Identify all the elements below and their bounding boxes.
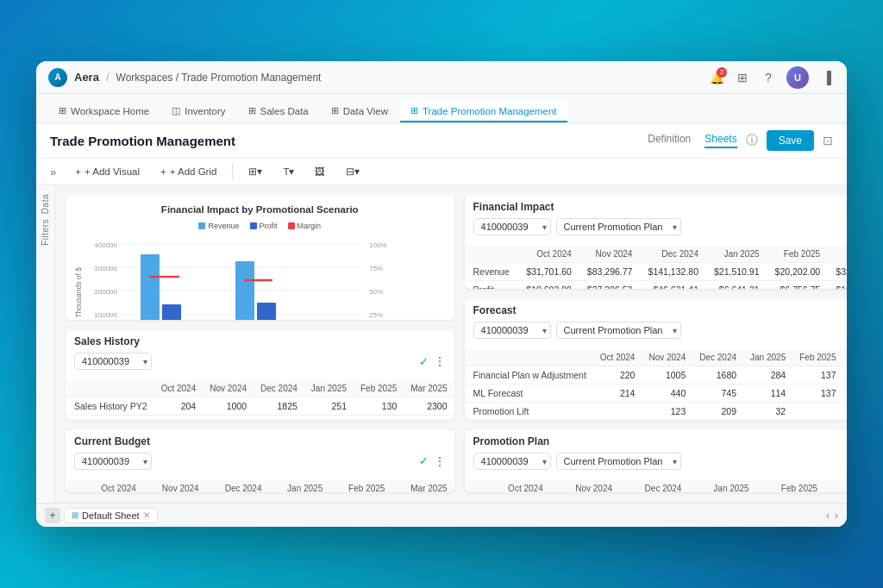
cell: 1825 [254,416,304,420]
sales-history-icons: ✓ ⋮ [419,354,446,368]
data-sidebar-label: Data [41,194,50,214]
cell: 251 [304,397,354,416]
forecast-plan-dropdown[interactable]: Current Promotion Plan [556,322,681,339]
table-row: ML Forecast 214 440 745 114 137 2200 [465,384,847,402]
cell: 130 [354,416,404,420]
col-nov2024: Nov 2024 [550,480,619,492]
col-jan2025: Jan 2025 [743,349,792,366]
promotion-plan-title: Promotion Plan [473,435,550,447]
chart-card: Financial Impact by Promotional Scenario… [66,196,454,320]
sidebar-labels: Data Filters [36,185,55,503]
sales-history-card: Sales History 410000039 ✓ ⋮ [66,330,454,420]
view-tabs: Definition Sheets [648,133,736,148]
tab-workspace-home-label: Workspace Home [71,106,149,116]
legend-profit-label: Profit [260,222,278,230]
save-button[interactable]: Save [767,130,814,151]
sales-history-controls: 410000039 ✓ ⋮ [66,353,454,380]
sales-history-account-dropdown[interactable]: 410000039 [74,353,152,370]
sheet-tab-default[interactable]: ⊞ Default Sheet ✕ [64,508,158,523]
financial-impact-dropdowns: 410000039 Current Promotion Plan [473,218,681,235]
col-header-jan2025: Jan 2025 [304,380,354,397]
col-header-label [66,480,83,492]
tab-workspace-home[interactable]: ⊞ Workspace Home [48,101,160,122]
content-area: Financial Impact by Promotional Scenario… [55,185,847,503]
forecast-controls: 410000039 Current Promotion Plan [465,322,847,349]
cell: $27,296.53 [579,281,640,289]
pp-account-dropdown[interactable]: 410000039 [473,453,551,470]
text-btn[interactable]: T▾ [278,163,299,180]
page-help-icon[interactable]: ⓘ [746,133,758,148]
current-budget-account-dropdown[interactable]: 410000039 [74,453,152,470]
tab-sales-data[interactable]: ⊞ Sales Data [238,101,319,122]
grid-icon[interactable]: ⊞ [735,70,750,85]
inventory-icon: ◫ [172,105,180,116]
promotion-plan-controls: 410000039 Current Promotion Plan [465,453,847,480]
image-btn[interactable]: 🖼 [310,164,330,179]
add-sheet-button[interactable]: + [45,508,60,523]
collapse-icon[interactable]: ⊡ [823,134,833,147]
fi-account-wrapper: 410000039 [473,218,551,235]
cell: 204 [154,416,204,420]
fi-account-dropdown[interactable]: 410000039 [473,218,551,235]
table-row: Sales History PY2 204 1000 1825 251 130 … [66,397,454,416]
breadcrumb: Workspaces / Trade Promotion Management [116,72,322,84]
tab-sheets[interactable]: Sheets [705,133,736,148]
layout-btn[interactable]: ⊞▾ [243,163,267,180]
row-label: Profit [465,281,518,289]
avatar[interactable]: U [786,66,809,89]
more-options-btn[interactable]: ⊟▾ [341,163,365,180]
app-window: A Aera / Workspaces / Trade Promotion Ma… [36,61,847,527]
tab-definition[interactable]: Definition [648,133,691,148]
col-oct2024: Oct 2024 [483,480,549,492]
col-label [465,246,518,263]
col-dec2024: Dec 2024 [639,246,705,263]
help-icon[interactable]: ? [761,70,776,85]
sales-history-table: Oct 2024 Nov 2024 Dec 2024 Jan 2025 Feb … [66,380,454,420]
svg-text:100000: 100000 [94,311,117,319]
col-feb2025: Feb 2025 [792,349,842,366]
cell: 214 [593,384,642,402]
title-bar: A Aera / Workspaces / Trade Promotion Ma… [36,61,847,94]
tab-inventory-label: Inventory [185,106,225,116]
tab-inventory[interactable]: ◫ Inventory [161,101,235,122]
financial-impact-table: Oct 2024 Nov 2024 Dec 2024 Jan 2025 Feb … [465,246,847,289]
forecast-toolbar: 410000039 Current Promotion Plan [473,322,847,339]
notification-icon[interactable]: 🔔 2 [709,70,724,85]
table-row: Promotion Lift 123 209 32 [465,402,847,420]
svg-text:100%: 100% [369,241,386,249]
promotion-plan-dropdowns: 410000039 Current Promotion Plan [473,453,681,470]
page-header: Trade Promotion Management Definition Sh… [36,123,847,159]
pp-plan-dropdown[interactable]: Current Promotion Plan [556,453,681,470]
sales-history-check-icon[interactable]: ✓ [419,355,429,368]
add-visual-button[interactable]: + + Add Visual [70,164,145,179]
table-row: Revenue $31,701.60 $83,296.77 $141,132.8… [465,263,847,281]
main-content: Data Filters Financial Impact by Promoti… [36,185,847,503]
sheet-close-icon[interactable]: ✕ [143,510,150,520]
row-label: Promotion Lift [465,402,593,420]
cell: 2010 [404,416,454,420]
tab-data-view[interactable]: ⊞ Data View [321,101,398,122]
row-label: Sales History PY2 [66,397,154,416]
sidebar-toggle-icon[interactable]: ▐ [819,70,835,85]
bottom-tabs: + ⊞ Default Sheet ✕ ‹ › [36,503,847,527]
cell: 2300 [404,397,454,416]
forecast-account-dropdown[interactable]: 410000039 [473,322,551,339]
tab-trade-promotion[interactable]: ⊞ Trade Promotion Management [400,101,567,122]
current-budget-icons: ✓ ⋮ [419,454,446,468]
sidebar-toggle-btn[interactable]: » [50,166,56,178]
financial-impact-header: Financial Impact [465,196,847,218]
current-budget-check-icon[interactable]: ✓ [419,454,429,467]
chart-y-axis-label: Thousands of $ [74,267,83,318]
current-budget-more-icon[interactable]: ⋮ [434,454,446,468]
toolbar: » + + Add Visual + + Add Grid ⊞▾ T▾ 🖼 ⊟▾ [36,159,847,185]
sales-history-table-header: Oct 2024 Nov 2024 Dec 2024 Jan 2025 Feb … [66,380,454,397]
table-row: Financial Plan w Adjustment 220 1005 168… [465,366,847,384]
fi-plan-dropdown[interactable]: Current Promotion Plan [556,218,681,235]
nav-prev-arrow[interactable]: ‹ [826,510,830,522]
col-header-label [66,380,154,397]
sales-history-toolbar: 410000039 ✓ ⋮ [74,353,446,370]
financial-impact-controls: 410000039 Current Promotion Plan [465,218,847,246]
nav-next-arrow[interactable]: › [835,510,838,522]
add-grid-button[interactable]: + + Add Grid [155,164,222,179]
sales-history-more-icon[interactable]: ⋮ [434,354,446,368]
